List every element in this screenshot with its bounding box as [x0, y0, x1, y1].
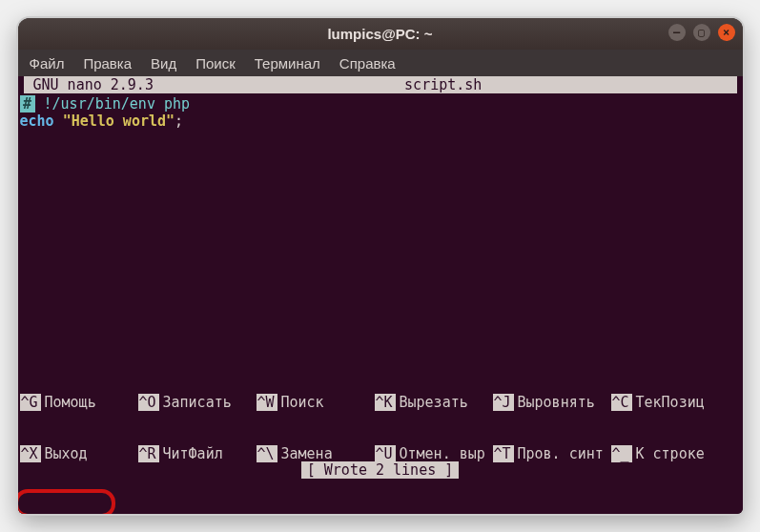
nano-editor[interactable]: # !/usr/bin/env php echo "Hello world";: [18, 93, 743, 130]
window-minimize-button[interactable]: –: [668, 24, 686, 41]
window-title: lumpics@PC: ~: [18, 26, 743, 42]
shortcut-help: ^GПомощь: [20, 394, 138, 411]
nano-shortcut-bar: ^GПомощь ^OЗаписать ^WПоиск ^KВырезать ^…: [18, 359, 743, 514]
hash-icon: #: [20, 95, 35, 113]
menu-bar: Файл Правка Вид Поиск Терминал Справка: [18, 50, 743, 76]
nano-header: GNU nano 2.9.3 script.sh: [24, 76, 737, 93]
nano-filename: script.sh: [154, 76, 733, 93]
highlight-exit-annotation: [18, 489, 115, 514]
shortcut-readfile: ^RЧитФайл: [138, 445, 257, 462]
shortcut-cut: ^KВырезать: [375, 394, 493, 411]
window-maximize-button[interactable]: ▢: [693, 24, 710, 41]
terminal-area[interactable]: GNU nano 2.9.3 script.sh # !/usr/bin/env…: [18, 76, 743, 514]
shortcut-goto: ^_К строке: [611, 445, 729, 462]
code-line-2: echo "Hello world";: [20, 113, 743, 130]
menu-edit[interactable]: Правка: [73, 52, 141, 74]
nano-version: GNU nano 2.9.3: [28, 76, 154, 93]
menu-file[interactable]: Файл: [20, 52, 74, 74]
shortcut-exit: ^XВыход: [20, 445, 138, 462]
shortcut-uncut: ^UОтмен. выр: [375, 445, 493, 462]
menu-search[interactable]: Поиск: [186, 52, 245, 74]
shortcut-writeout: ^OЗаписать: [138, 394, 257, 411]
shortcut-justify: ^JВыровнять: [493, 394, 611, 411]
shortcut-replace: ^\Замена: [257, 445, 375, 462]
shortcut-search: ^WПоиск: [257, 394, 375, 411]
menu-terminal[interactable]: Терминал: [245, 52, 330, 74]
code-line-1: # !/usr/bin/env php: [20, 95, 743, 113]
shortcut-spell: ^TПров. синт: [493, 445, 611, 462]
menu-view[interactable]: Вид: [141, 52, 186, 74]
window-title-bar[interactable]: lumpics@PC: ~ – ▢ ×: [18, 18, 743, 50]
window-close-button[interactable]: ×: [718, 24, 735, 41]
shortcut-curpos: ^CТекПозиц: [611, 394, 729, 411]
menu-help[interactable]: Справка: [330, 52, 405, 74]
